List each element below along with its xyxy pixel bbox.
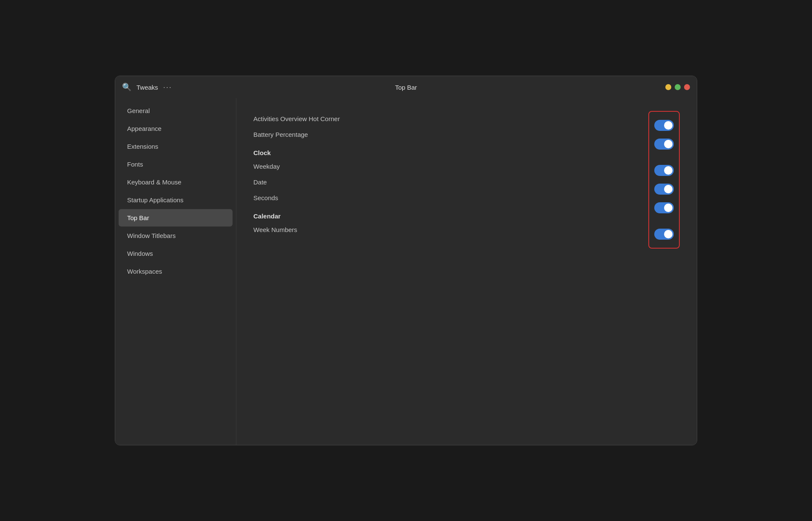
section-calendar: Calendar bbox=[253, 212, 551, 220]
menu-dots[interactable]: ··· bbox=[163, 83, 172, 92]
sidebar-label-windows: Windows bbox=[127, 250, 153, 257]
row-battery-percentage: Battery Percentage bbox=[253, 127, 551, 142]
app-body: General Appearance Extensions Fonts Keyb… bbox=[115, 98, 697, 445]
search-icon[interactable]: 🔍 bbox=[122, 82, 131, 92]
page-title: Top Bar bbox=[395, 84, 417, 91]
sidebar-item-fonts[interactable]: Fonts bbox=[119, 156, 233, 173]
app-window: 🔍 Tweaks ··· Top Bar General Appearance … bbox=[115, 76, 697, 445]
toggle-row-seconds bbox=[654, 198, 674, 217]
toggle-row-weekday bbox=[654, 161, 674, 180]
row-activities-hot-corner: Activities Overview Hot Corner bbox=[253, 111, 551, 127]
row-seconds: Seconds bbox=[253, 190, 551, 206]
minimize-button[interactable] bbox=[665, 84, 671, 90]
row-date: Date bbox=[253, 174, 551, 190]
toggle-weekday[interactable] bbox=[654, 165, 674, 176]
close-button[interactable] bbox=[684, 84, 690, 90]
heading-clock: Clock bbox=[253, 149, 271, 156]
app-title: Tweaks bbox=[136, 84, 158, 91]
heading-calendar: Calendar bbox=[253, 212, 281, 220]
sidebar-label-appearance: Appearance bbox=[127, 125, 162, 132]
sidebar-item-extensions[interactable]: Extensions bbox=[119, 138, 233, 155]
sidebar-item-window-titlebars[interactable]: Window Titlebars bbox=[119, 227, 233, 244]
titlebar-left: 🔍 Tweaks ··· bbox=[122, 82, 172, 92]
sidebar-item-general[interactable]: General bbox=[119, 102, 233, 119]
label-week-numbers: Week Numbers bbox=[253, 226, 297, 233]
main-content: Activities Overview Hot Corner Battery P… bbox=[236, 98, 697, 445]
toggles-panel bbox=[648, 111, 680, 249]
toggle-seconds[interactable] bbox=[654, 202, 674, 213]
titlebar: 🔍 Tweaks ··· Top Bar bbox=[115, 76, 697, 98]
label-activities-hot-corner: Activities Overview Hot Corner bbox=[253, 115, 340, 122]
toggle-date[interactable] bbox=[654, 184, 674, 195]
window-controls bbox=[665, 84, 690, 90]
label-battery-percentage: Battery Percentage bbox=[253, 131, 308, 138]
section-clock: Clock bbox=[253, 149, 551, 157]
toggle-activities-hot-corner[interactable] bbox=[654, 120, 674, 131]
maximize-button[interactable] bbox=[675, 84, 681, 90]
sidebar-label-startup-applications: Startup Applications bbox=[127, 196, 184, 204]
row-weekday: Weekday bbox=[253, 159, 551, 174]
sidebar-label-general: General bbox=[127, 107, 150, 114]
toggle-week-numbers[interactable] bbox=[654, 229, 674, 240]
sidebar-label-top-bar: Top Bar bbox=[127, 214, 149, 221]
sidebar-label-fonts: Fonts bbox=[127, 161, 143, 168]
sidebar-item-windows[interactable]: Windows bbox=[119, 245, 233, 262]
sidebar-item-keyboard-mouse[interactable]: Keyboard & Mouse bbox=[119, 173, 233, 191]
toggle-row-week-numbers bbox=[654, 225, 674, 244]
settings-list: Activities Overview Hot Corner Battery P… bbox=[253, 111, 551, 238]
sidebar-item-appearance[interactable]: Appearance bbox=[119, 120, 233, 137]
spacer-calendar bbox=[654, 217, 674, 225]
sidebar-label-keyboard-mouse: Keyboard & Mouse bbox=[127, 178, 182, 186]
label-seconds: Seconds bbox=[253, 194, 278, 201]
sidebar: General Appearance Extensions Fonts Keyb… bbox=[115, 98, 236, 445]
label-weekday: Weekday bbox=[253, 163, 280, 170]
row-week-numbers: Week Numbers bbox=[253, 222, 551, 238]
sidebar-label-extensions: Extensions bbox=[127, 143, 158, 150]
sidebar-item-top-bar[interactable]: Top Bar bbox=[119, 209, 233, 227]
sidebar-item-workspaces[interactable]: Workspaces bbox=[119, 263, 233, 280]
toggle-row-activities bbox=[654, 116, 674, 135]
sidebar-item-startup-applications[interactable]: Startup Applications bbox=[119, 191, 233, 209]
toggle-battery-percentage[interactable] bbox=[654, 139, 674, 150]
spacer-clock bbox=[654, 153, 674, 161]
toggle-row-battery bbox=[654, 135, 674, 153]
sidebar-label-window-titlebars: Window Titlebars bbox=[127, 232, 176, 239]
label-date: Date bbox=[253, 178, 267, 186]
sidebar-label-workspaces: Workspaces bbox=[127, 268, 162, 275]
toggle-row-date bbox=[654, 180, 674, 198]
